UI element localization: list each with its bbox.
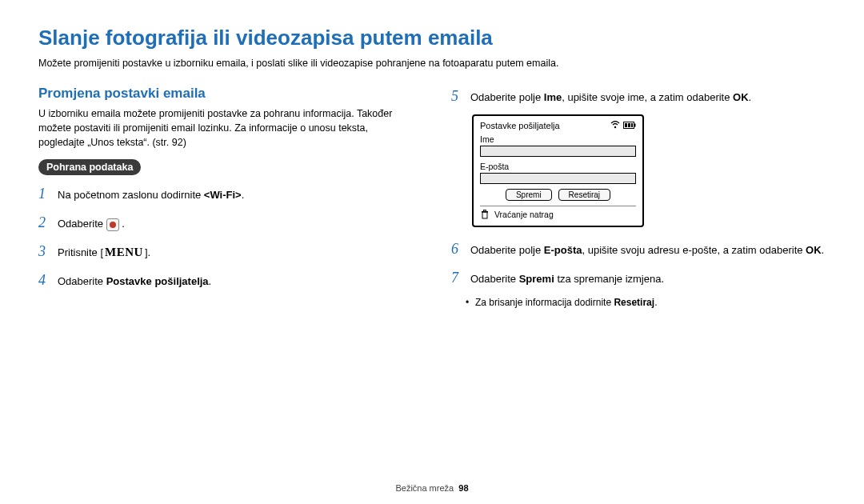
wifi-label: <Wi-Fi> — [204, 189, 242, 201]
save-button[interactable]: Spremi — [506, 189, 552, 201]
step-number: 1 — [38, 183, 50, 204]
step-text: Pritisnite [ — [58, 246, 103, 258]
intro-text: Možete promijeniti postavke u izborniku … — [38, 57, 826, 71]
step-1: 1 Na početnom zaslonu dodirnite <Wi-Fi>. — [38, 183, 413, 204]
email-field-label: E-pošta — [544, 244, 582, 256]
right-column: 5 Odaberite polje Ime, upišite svoje ime… — [451, 86, 826, 310]
step-text: Odaberite — [58, 275, 106, 287]
step-7: 7 Odaberite Spremi tza spremanje izmjena… — [451, 267, 826, 288]
device-mockup: Postavke pošiljatelja Ime E-pošta — [472, 114, 644, 227]
step-text: Na početnom zaslonu dodirnite — [58, 189, 204, 201]
svg-rect-8 — [484, 210, 486, 211]
svg-rect-3 — [625, 123, 627, 127]
svg-rect-2 — [634, 123, 636, 126]
step-number: 6 — [451, 238, 462, 259]
save-label: Spremi — [519, 273, 554, 285]
step-5: 5 Odaberite polje Ime, upišite svoje ime… — [451, 86, 826, 106]
email-icon — [106, 218, 119, 231]
page-title: Slanje fotografija ili videozapisa putem… — [38, 26, 826, 50]
footer-section: Bežična mreža — [395, 483, 454, 493]
name-field-label: Ime — [544, 91, 562, 103]
reset-label: Resetiraj — [614, 297, 654, 308]
category-pill: Pohrana podataka — [38, 159, 141, 175]
svg-rect-6 — [482, 212, 487, 218]
menu-key: MENU — [103, 244, 145, 262]
step-number: 5 — [451, 86, 462, 106]
back-label[interactable]: Vraćanje natrag — [494, 210, 554, 219]
svg-point-0 — [614, 126, 616, 127]
device-title: Postavke pošiljatelja — [480, 121, 560, 130]
step-number: 3 — [38, 241, 50, 262]
page-number: 98 — [458, 483, 468, 493]
step-number: 2 — [38, 212, 50, 233]
wifi-icon — [610, 121, 620, 130]
section-description: U izborniku emaila možete promijeniti po… — [38, 106, 413, 150]
reset-button[interactable]: Resetiraj — [558, 189, 610, 201]
bullet-note: Za brisanje informacija dodirnite Reseti… — [451, 296, 826, 310]
step-4: 4 Odaberite Postavke pošiljatelja. — [38, 270, 413, 290]
trash-icon — [480, 210, 490, 219]
svg-rect-4 — [628, 123, 630, 127]
battery-icon — [623, 121, 636, 130]
name-input[interactable] — [480, 146, 636, 157]
left-column: Promjena postavki emaila U izborniku ema… — [38, 86, 413, 310]
ok-label: OK — [733, 91, 749, 103]
step-text: Odaberite — [58, 218, 106, 230]
step-2: 2 Odaberite . — [38, 212, 413, 233]
step-6: 6 Odaberite polje E-pošta, upišite svoju… — [451, 238, 826, 259]
step-number: 4 — [38, 270, 50, 290]
svg-rect-5 — [631, 123, 633, 127]
page-footer: Bežična mreža 98 — [0, 483, 864, 493]
step-number: 7 — [451, 267, 462, 288]
sender-settings-label: Postavke pošiljatelja — [106, 275, 209, 287]
email-input[interactable] — [480, 173, 636, 184]
email-label: E-pošta — [480, 162, 636, 171]
section-heading: Promjena postavki emaila — [38, 86, 413, 102]
ok-label: OK — [806, 244, 822, 256]
name-label: Ime — [480, 134, 636, 144]
step-3: 3 Pritisnite [MENU]. — [38, 241, 413, 262]
